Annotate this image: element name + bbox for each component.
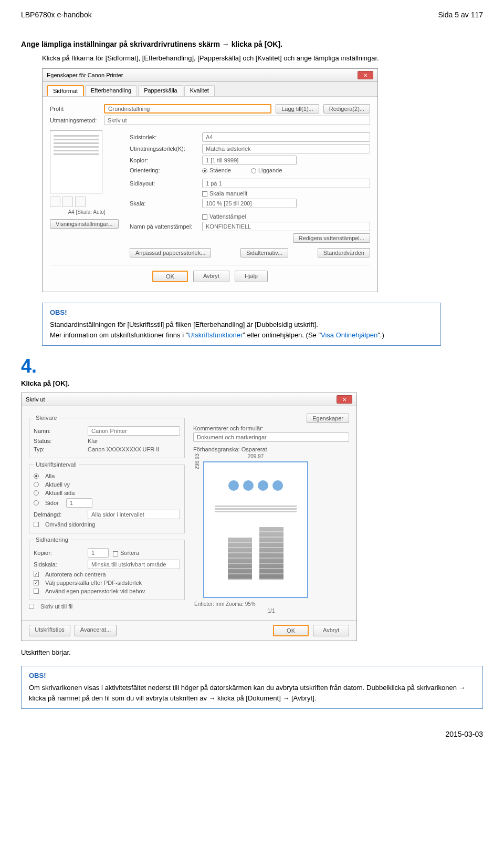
output-method-combo[interactable]: Skriv ut: [104, 116, 370, 125]
scale-input[interactable]: 100 % [25 till 200]: [202, 199, 297, 208]
orientation-label: Orientering:: [130, 167, 198, 173]
edit-watermark-button[interactable]: Redigera vattenstämpel...: [293, 233, 370, 243]
orientation-portrait[interactable]: Stående: [202, 167, 231, 173]
tab-papperskalla[interactable]: Papperskälla: [138, 85, 183, 96]
printer-group: Skrivare Namn: Canon Printer Status: Kla…: [29, 415, 185, 458]
preview-circle-icon: [228, 480, 239, 491]
autorotate-checkbox[interactable]: Autorotera och centrera: [34, 571, 180, 578]
cancel-button[interactable]: Avbryt: [313, 625, 349, 636]
page-options-button[interactable]: Sidalternativ...: [240, 248, 288, 257]
properties-button[interactable]: Egenskaper: [307, 414, 349, 423]
print-tips-button[interactable]: Utskriftstips: [29, 625, 70, 636]
page-size-label: Sidstorlek:: [130, 134, 198, 140]
tab-kvalitet[interactable]: Kvalitet: [184, 85, 215, 96]
note-text: Mer information om utskriftsfunktioner f…: [50, 331, 188, 339]
view-icon[interactable]: [62, 197, 73, 207]
print-dialog-title: Skriv ut: [26, 396, 45, 403]
range-group: Utskriftsintervall Alla Aktuell vy Aktue…: [29, 461, 185, 533]
handling-group: Sidhantering Kopior: 1 Sortera Sidskala:…: [29, 537, 185, 600]
copies-input[interactable]: 1 [1 till 9999]: [202, 156, 297, 165]
profile-combo[interactable]: Grundinställning: [104, 104, 271, 114]
preview-height: 296.93: [194, 453, 200, 470]
subset-label: Delmängd:: [34, 511, 83, 518]
orientation-landscape[interactable]: Liggande: [251, 167, 282, 173]
range-legend: Utskriftsintervall: [34, 461, 79, 468]
printer-name-label: Namn:: [34, 428, 83, 434]
range-pages-label: Sidor: [45, 500, 59, 506]
range-pages-radio[interactable]: Sidor 1: [34, 498, 180, 508]
range-current-view-radio[interactable]: Aktuell vy: [34, 481, 180, 488]
help-button[interactable]: Hjälp: [235, 271, 268, 282]
view-icon[interactable]: [75, 197, 86, 207]
page-size-combo[interactable]: A4: [202, 132, 370, 142]
page-indicator: Sida 5 av 117: [438, 11, 483, 19]
preview-units: Enheter: mm Zooma: 95%: [194, 601, 348, 607]
range-current-page-radio[interactable]: Aktuell sida: [34, 490, 180, 496]
subset-combo[interactable]: Alla sidor i intervallet: [88, 510, 180, 519]
output-size-label: Utmatningsstorlek(K):: [130, 146, 198, 152]
printer-legend: Skrivare: [34, 415, 59, 421]
orientation-portrait-label: Stående: [209, 167, 231, 173]
view-settings-button[interactable]: Visningsinställningar...: [50, 219, 119, 229]
page-scale-combo[interactable]: Minska till utskrivbart område: [88, 560, 180, 569]
note-box: OBS! Standardinställningen för [Utskrift…: [42, 303, 441, 346]
range-page-label: Aktuell sida: [45, 490, 75, 496]
autorotate-label: Autorotera och centrera: [45, 571, 106, 578]
close-icon[interactable]: ✕: [337, 395, 352, 404]
output-method-label: Utmatningsmetod:: [50, 117, 100, 123]
tab-sidformat[interactable]: Sidformat: [47, 85, 84, 96]
reverse-order-label: Omvänd sidordning: [45, 521, 95, 528]
ok-button[interactable]: OK: [273, 625, 309, 636]
view-icon[interactable]: [50, 197, 60, 207]
page-scale-label: Sidskala:: [34, 561, 83, 568]
note-text: " eller onlinehjälpen. (Se ": [243, 331, 321, 339]
preview-pager: 1/1: [194, 608, 348, 614]
properties-dialog: Egenskaper för Canon Printer ✕ Sidformat…: [42, 68, 378, 292]
watermark-combo[interactable]: KONFIDENTIELL: [202, 222, 370, 231]
edit-button[interactable]: Redigera(2)...: [323, 104, 370, 114]
link-visa-onlinehj[interactable]: Visa Onlinehjälpen: [321, 331, 377, 339]
range-cur-label: Aktuell vy: [45, 481, 70, 488]
preview-building-icon: [259, 527, 284, 580]
profile-label: Profil:: [50, 106, 100, 112]
post-step-text: Utskriften börjar.: [21, 648, 483, 656]
copies-input2[interactable]: 1: [88, 548, 109, 558]
pages-input[interactable]: 1: [66, 498, 92, 508]
ok-button[interactable]: OK: [152, 271, 188, 282]
add-button[interactable]: Lägg till(1)...: [276, 104, 319, 114]
choose-source-checkbox[interactable]: Välj papperskälla efter PDF-sidstorlek: [34, 580, 180, 586]
tab-efterbehandling[interactable]: Efterbehandling: [85, 85, 137, 96]
link-utskriftsfunktioner[interactable]: Utskriftsfunktioner: [188, 331, 243, 339]
note-title: OBS!: [50, 308, 433, 316]
printer-name-combo[interactable]: Canon Printer: [88, 426, 180, 436]
layout-combo[interactable]: 1 på 1: [202, 179, 370, 188]
watermark-name-label: Namn på vattenstämpel:: [130, 223, 198, 230]
step-number: 4.: [21, 355, 483, 377]
reverse-order-checkbox[interactable]: Omvänd sidordning: [34, 521, 180, 528]
status-label: Status:: [34, 438, 83, 444]
close-icon[interactable]: ✕: [358, 71, 373, 79]
doc-title: LBP6780x e-handbok: [21, 11, 92, 19]
type-value: Canon XXXXXXXXX UFR II: [88, 446, 159, 452]
layout-label: Sidlayout:: [130, 180, 198, 187]
advanced-button[interactable]: Avancerat...: [75, 625, 117, 636]
defaults-button[interactable]: Standardvärden: [318, 248, 370, 257]
range-all-radio[interactable]: Alla: [34, 473, 180, 479]
print-dialog: Skriv ut ✕ Skrivare Namn: Canon Printer …: [21, 393, 357, 641]
watermark-checkbox-label: Vattenstämpel: [209, 213, 246, 220]
cancel-button[interactable]: Avbryt: [193, 271, 229, 282]
type-label: Typ:: [34, 446, 83, 452]
range-all-label: Alla: [45, 473, 55, 479]
copies-label2: Kopior:: [34, 550, 83, 556]
comments-combo[interactable]: Dokument och markeringar: [193, 432, 349, 442]
step-label: Klicka på [OK].: [21, 379, 483, 387]
watermark-checkbox[interactable]: Vattenstämpel: [202, 213, 246, 220]
print-to-file-checkbox[interactable]: Skriv ut till fil: [29, 603, 185, 610]
status-value: Klar: [88, 438, 98, 444]
scale-manual-checkbox[interactable]: Skala manuellt: [202, 190, 247, 197]
collate-checkbox[interactable]: Sortera: [113, 550, 139, 556]
output-size-combo[interactable]: Matcha sidstorlek: [202, 144, 370, 153]
custom-paper-button[interactable]: Anpassad pappersstorlek...: [130, 248, 211, 257]
tab-strip: Sidformat Efterbehandling Papperskälla K…: [43, 82, 377, 97]
use-custom-checkbox[interactable]: Använd egen pappersstorlek vid behov: [34, 588, 180, 594]
